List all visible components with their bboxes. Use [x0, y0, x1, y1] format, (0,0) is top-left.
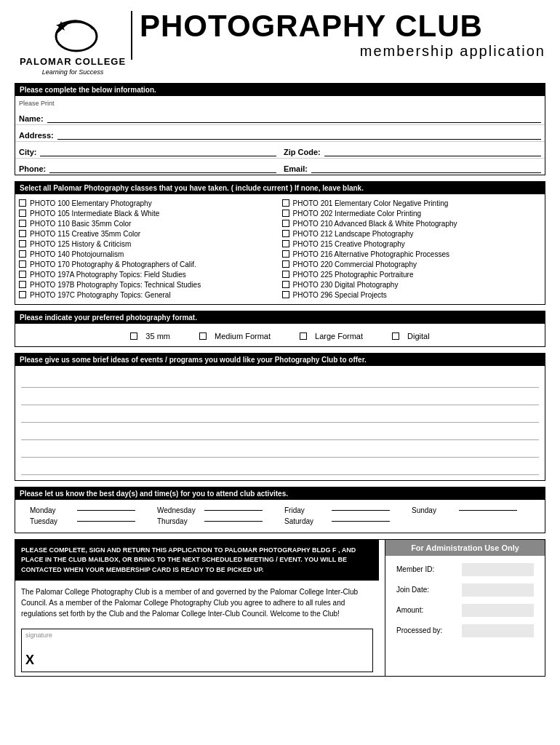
personal-info-section: Please complete the below information. P…	[15, 83, 545, 175]
idea-line-4[interactable]	[21, 442, 539, 458]
format-option-1[interactable]: Medium Format	[199, 332, 271, 340]
zip-group: Zip Code:	[284, 145, 541, 156]
days-row-1: MondayWednesdayFridaySunday	[30, 506, 530, 514]
checkbox-left-7[interactable]	[19, 271, 26, 278]
checkbox-right-6[interactable]	[282, 260, 289, 268]
format-checkbox-1[interactable]	[199, 332, 207, 340]
signature-box[interactable]: signature X	[21, 629, 373, 672]
bottom-left: PLEASE COMPLETE, SIGN AND RETURN THIS AP…	[15, 540, 379, 677]
checkbox-right-2[interactable]	[282, 220, 289, 227]
idea-line-0[interactable]	[21, 372, 539, 388]
signature-label: signature	[25, 632, 52, 639]
format-checkbox-3[interactable]	[392, 332, 399, 340]
address-input-line[interactable]	[57, 128, 541, 140]
phone-group: Phone:	[19, 162, 276, 173]
admin-row-3: Processed by:	[396, 624, 534, 637]
classes-left-col: PHOTO 100 Elementary PhotographyPHOTO 10…	[19, 199, 279, 301]
idea-line-2[interactable]	[21, 407, 539, 423]
days-row-2: TuesdayThursdaySaturday	[30, 517, 530, 525]
phone-input-line[interactable]	[49, 162, 276, 173]
checkbox-left-9[interactable]	[19, 291, 26, 298]
class-item-right-8[interactable]: PHOTO 230 Digital Photography	[282, 281, 542, 289]
checkbox-left-3[interactable]	[19, 230, 26, 237]
instructions-text: PLEASE COMPLETE, SIGN AND RETURN THIS AP…	[15, 540, 379, 581]
ideas-section: Please give us some brief ideas of event…	[15, 353, 545, 481]
format-checkbox-2[interactable]	[300, 332, 307, 340]
checkbox-right-5[interactable]	[282, 250, 289, 258]
city-label: City:	[19, 148, 36, 156]
zip-input-line[interactable]	[324, 145, 541, 156]
class-item-right-5[interactable]: PHOTO 216 Alternative Photographic Proce…	[282, 250, 542, 258]
class-item-right-6[interactable]: PHOTO 220 Commercial Photography	[282, 260, 542, 268]
class-item-right-1[interactable]: PHOTO 202 Intermediate Color Printing	[282, 210, 542, 218]
class-item-right-9[interactable]: PHOTO 296 Special Projects	[282, 291, 542, 299]
page-header: PALOMAR COLLEGE Learning for Success PHO…	[15, 11, 545, 76]
phone-label: Phone:	[19, 164, 46, 173]
signature-x: X	[25, 653, 34, 668]
class-item-left-1[interactable]: PHOTO 105 Intermediate Black & White	[19, 210, 279, 218]
city-group: City:	[19, 145, 276, 156]
class-item-right-2[interactable]: PHOTO 210 Advanced Black & White Photogr…	[282, 220, 542, 228]
format-checkbox-0[interactable]	[130, 332, 137, 340]
email-input-line[interactable]	[311, 162, 541, 173]
checkbox-left-8[interactable]	[19, 281, 26, 288]
class-item-left-3[interactable]: PHOTO 115 Creative 35mm Color	[19, 230, 279, 238]
checkbox-right-1[interactable]	[282, 210, 289, 217]
address-label: Address:	[19, 131, 54, 140]
idea-line-3[interactable]	[21, 424, 539, 440]
admin-input-3[interactable]	[462, 624, 534, 637]
name-row: Name:	[15, 108, 545, 125]
checkbox-left-6[interactable]	[19, 260, 26, 268]
checkbox-right-8[interactable]	[282, 281, 289, 288]
format-option-2[interactable]: Large Format	[300, 332, 363, 340]
college-tagline: Learning for Success	[42, 68, 104, 76]
email-label: Email:	[284, 164, 308, 173]
admin-input-1[interactable]	[462, 583, 534, 597]
please-print-label: Please Print	[15, 98, 545, 108]
class-item-left-2[interactable]: PHOTO 110 Basic 35mm Color	[19, 220, 279, 228]
checkbox-right-7[interactable]	[282, 271, 289, 278]
class-item-left-6[interactable]: PHOTO 170 Photography & Photographers of…	[19, 260, 279, 268]
checkbox-left-1[interactable]	[19, 210, 26, 217]
day-item-wednesday: Wednesday	[157, 506, 263, 514]
class-item-right-4[interactable]: PHOTO 215 Creative Photography	[282, 240, 542, 248]
address-row: Address:	[15, 125, 545, 142]
checkbox-right-0[interactable]	[282, 199, 289, 207]
admin-row-1: Join Date:	[396, 583, 534, 597]
checkbox-right-9[interactable]	[282, 291, 289, 298]
checkbox-left-4[interactable]	[19, 240, 26, 247]
class-item-left-5[interactable]: PHOTO 140 Photojournalism	[19, 250, 279, 258]
ideas-section-bar: Please give us some brief ideas of event…	[15, 354, 545, 366]
format-option-0[interactable]: 35 mm	[130, 332, 170, 340]
class-item-left-7[interactable]: PHOTO 197A Photography Topics: Field Stu…	[19, 271, 279, 279]
idea-line-1[interactable]	[21, 389, 539, 405]
class-item-right-3[interactable]: PHOTO 212 Landscape Photography	[282, 230, 542, 238]
city-zip-row: City: Zip Code:	[15, 142, 545, 159]
checkbox-left-2[interactable]	[19, 220, 26, 227]
admin-row-0: Member ID:	[396, 563, 534, 576]
format-option-3[interactable]: Digital	[392, 332, 430, 340]
class-item-left-4[interactable]: PHOTO 125 History & Criticism	[19, 240, 279, 248]
day-item-monday: Monday	[30, 506, 135, 514]
format-options-row: 35 mmMedium FormatLarge FormatDigital	[15, 326, 545, 346]
format-section: Please indicate your preferred photograp…	[15, 311, 545, 347]
checkbox-right-4[interactable]	[282, 240, 289, 247]
classes-right-col: PHOTO 201 Elementary Color Negative Prin…	[282, 199, 542, 301]
class-item-left-0[interactable]: PHOTO 100 Elementary Photography	[19, 199, 279, 207]
class-item-left-8[interactable]: PHOTO 197B Photography Topics: Technical…	[19, 281, 279, 289]
checkbox-left-5[interactable]	[19, 250, 26, 258]
checkbox-left-0[interactable]	[19, 199, 26, 207]
class-item-right-0[interactable]: PHOTO 201 Elementary Color Negative Prin…	[282, 199, 542, 207]
format-section-bar: Please indicate your preferred photograp…	[15, 311, 545, 324]
name-input-line[interactable]	[47, 111, 541, 123]
class-item-right-7[interactable]: PHOTO 225 Photographic Portraiture	[282, 271, 542, 279]
email-group: Email:	[284, 162, 541, 173]
admin-input-0[interactable]	[462, 563, 534, 576]
logo-area: PALOMAR COLLEGE Learning for Success	[15, 11, 131, 76]
idea-line-5[interactable]	[21, 459, 539, 475]
city-input-line[interactable]	[40, 145, 276, 156]
admin-input-2[interactable]	[462, 604, 534, 617]
checkbox-right-3[interactable]	[282, 230, 289, 237]
class-item-left-9[interactable]: PHOTO 197C Photography Topics: General	[19, 291, 279, 299]
name-label: Name:	[19, 114, 44, 123]
